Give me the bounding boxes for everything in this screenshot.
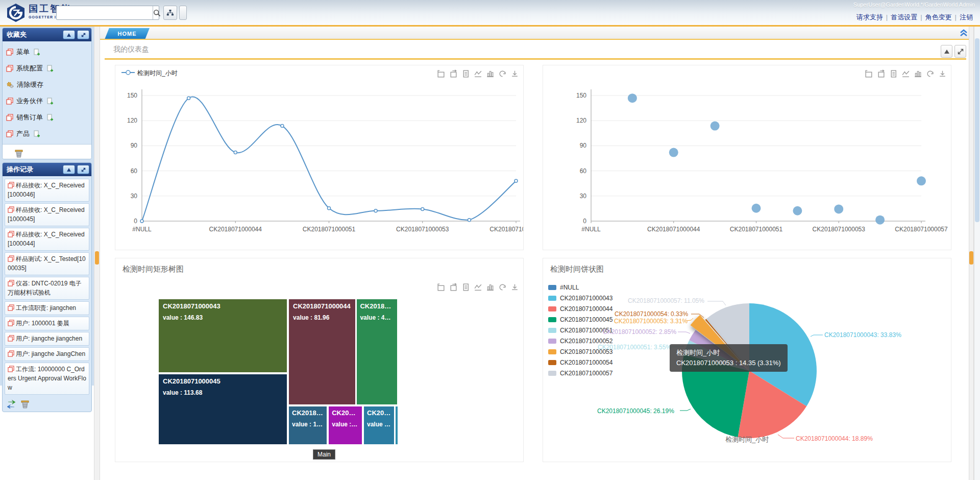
treemap-node[interactable]: CK2018071000043 value : 146.83 — [159, 299, 287, 372]
marquee-zoom-icon[interactable] — [437, 69, 446, 78]
history-item[interactable]: 用户: jiangche JiangChen — [5, 347, 89, 361]
bar-chart-icon[interactable] — [486, 283, 495, 292]
scatter-point[interactable] — [917, 176, 926, 185]
line-point[interactable] — [187, 97, 190, 100]
line-point[interactable] — [374, 209, 377, 212]
bar-chart-icon[interactable] — [914, 69, 922, 78]
pie-legend-item[interactable]: CK2018071000044 — [548, 303, 612, 314]
add-doc-icon[interactable] — [46, 114, 54, 122]
pie-legend-item[interactable]: CK2018071000043 — [548, 293, 612, 303]
vertical-scrollbar-thumb[interactable] — [975, 38, 979, 222]
panel-expand-button[interactable] — [77, 165, 89, 174]
line-point[interactable] — [468, 219, 471, 222]
treemap-node[interactable]: CK2018071000044 value : 81.96 — [289, 299, 355, 404]
scatter-point[interactable] — [834, 204, 843, 213]
scatter-point[interactable] — [875, 215, 885, 225]
scatter-point[interactable] — [710, 122, 720, 131]
history-item[interactable]: 样品接收: X_C_Received[1000045] — [5, 203, 89, 226]
transfer-icon[interactable] — [6, 399, 17, 409]
panel-collapse-button[interactable] — [63, 165, 75, 174]
line-point[interactable] — [421, 207, 424, 210]
treemap-breadcrumb[interactable]: Main — [313, 449, 335, 460]
pie-legend-item[interactable]: #NULL — [548, 282, 612, 293]
scatter-point[interactable] — [628, 93, 637, 103]
restore-icon[interactable] — [498, 283, 507, 292]
role-change-link[interactable]: 角色变更 — [925, 13, 952, 21]
favorite-item-system-config[interactable]: 系统配置 — [6, 60, 88, 77]
line-point[interactable] — [328, 207, 331, 210]
history-item[interactable]: 样品接收: X_C_Received[1000046] — [5, 179, 89, 202]
menu-lookup-button[interactable] — [163, 6, 177, 20]
tab-home[interactable]: HOME — [105, 28, 150, 39]
line-point[interactable] — [234, 151, 237, 154]
sidebar-splitter-handle[interactable] — [95, 251, 99, 265]
dashboard-shrink-button[interactable] — [954, 45, 966, 58]
zoom-reset-icon[interactable] — [449, 283, 458, 292]
bar-chart-icon[interactable] — [486, 69, 495, 78]
add-doc-icon[interactable] — [33, 130, 40, 138]
search-button[interactable] — [153, 6, 161, 19]
line-point[interactable] — [514, 179, 518, 182]
zoom-reset-icon[interactable] — [877, 69, 886, 78]
scatter-chart[interactable]: 0306090120150#NULLCK2018071000044CK20180… — [543, 65, 951, 250]
download-icon[interactable] — [510, 283, 519, 292]
panel-expand-button[interactable] — [77, 30, 89, 39]
add-doc-icon[interactable] — [46, 98, 54, 105]
marquee-zoom-icon[interactable] — [865, 69, 873, 78]
line-point[interactable] — [281, 125, 284, 128]
panel-collapse-button[interactable] — [63, 30, 75, 39]
favorite-item-product[interactable]: 产品 — [6, 126, 88, 142]
line-legend[interactable]: 检测时间_小时 — [121, 69, 178, 78]
scatter-point[interactable] — [793, 206, 802, 215]
collapse-up-chevron-icon[interactable] — [959, 28, 969, 37]
history-item[interactable]: 样品测试: X_C_Tested[1000035] — [5, 252, 89, 275]
history-item[interactable]: 仪器: DNTC-02019 电子万能材料试验机 — [5, 277, 89, 300]
scatter-point[interactable] — [752, 204, 761, 213]
data-view-icon[interactable] — [889, 69, 898, 78]
pie-legend-item[interactable]: CK2018071000045 — [548, 314, 612, 325]
download-icon[interactable] — [510, 69, 519, 78]
restore-icon[interactable] — [926, 69, 935, 78]
treemap-node[interactable]: CK2018071000045 value : 113.68 — [159, 374, 287, 444]
zoom-reset-icon[interactable] — [449, 69, 458, 78]
triangle-up-icon — [67, 33, 71, 37]
trash-icon[interactable] — [20, 399, 30, 409]
search-input[interactable] — [57, 6, 153, 19]
add-doc-icon[interactable] — [33, 49, 40, 56]
add-doc-icon[interactable] — [46, 65, 54, 73]
dashboard-collapse-button[interactable] — [941, 45, 952, 58]
treemap-node[interactable]: CK2018071000053 value : 14.35 — [329, 406, 362, 444]
line-chart[interactable]: 0306090120150#NULLCK2018071000044CK20180… — [115, 65, 524, 250]
data-view-icon[interactable] — [461, 69, 470, 78]
favorite-item-clear-cache[interactable]: 清除缓存 — [6, 77, 88, 93]
pie-legend-item[interactable]: CK2018071000057 — [548, 368, 612, 378]
history-item[interactable]: 工作流职责: jiangchen — [5, 301, 89, 315]
line-chart-icon[interactable] — [474, 69, 482, 78]
favorite-item-menu[interactable]: 菜单 — [6, 44, 88, 60]
line-chart-icon[interactable] — [474, 283, 482, 292]
pie-legend-item[interactable]: CK2018071000054 — [548, 357, 612, 368]
favorites-trash-zone[interactable] — [3, 144, 91, 159]
logout-link[interactable]: 注销 — [960, 13, 973, 21]
collapse-search-button[interactable] — [179, 6, 187, 20]
data-view-icon[interactable] — [461, 283, 470, 292]
history-item[interactable]: 样品接收: X_C_Received[1000044] — [5, 228, 89, 251]
favorite-item-business-partner[interactable]: 业务伙伴 — [6, 93, 88, 109]
treemap-node[interactable]: CK2018071000052 value : 12.35 — [364, 406, 394, 444]
preferences-link[interactable]: 首选设置 — [891, 13, 917, 21]
favorite-item-sales-order[interactable]: 销售订单 — [6, 109, 88, 126]
line-point[interactable] — [140, 220, 143, 223]
restore-icon[interactable] — [498, 69, 507, 78]
history-item[interactable]: 用户: jiangche jiangchen — [5, 332, 89, 346]
history-item[interactable]: 工作流: 10000000 C_Orders Urgent Approval W… — [5, 363, 89, 395]
history-item[interactable]: 用户: 1000001 姜晨 — [5, 317, 89, 330]
right-splitter-handle[interactable] — [969, 251, 973, 265]
treemap-node[interactable]: CK2018071000051 value : 15.39 — [289, 406, 327, 444]
scatter-point[interactable] — [669, 148, 678, 157]
download-icon[interactable] — [938, 69, 947, 78]
line-chart-icon[interactable] — [901, 69, 910, 78]
marquee-zoom-icon[interactable] — [437, 283, 446, 292]
treemap-node[interactable] — [396, 406, 398, 444]
treemap-node[interactable]: CK2018071000057 value : 47.95 — [357, 299, 397, 404]
support-link[interactable]: 请求支持 — [856, 13, 883, 21]
